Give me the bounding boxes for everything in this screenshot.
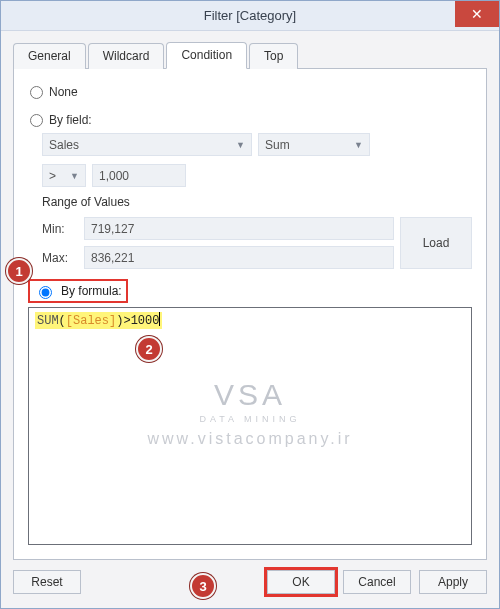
radio-none[interactable]	[30, 86, 43, 99]
formula-open: (	[59, 314, 66, 328]
ok-button[interactable]: OK	[267, 570, 335, 594]
filter-dialog: Filter [Category] ✕ General Wildcard Con…	[0, 0, 500, 609]
radio-byformula-row[interactable]: By formula:	[28, 279, 128, 303]
min-value: 719,127	[91, 222, 134, 236]
radio-byformula-label: By formula:	[61, 284, 122, 298]
text-caret	[159, 312, 160, 326]
cancel-label: Cancel	[358, 575, 395, 589]
tab-general[interactable]: General	[13, 43, 86, 69]
formula-rest: >1000	[123, 314, 159, 328]
watermark: VSA DATA MINING www.vistacompany.ir	[29, 378, 471, 448]
radio-byfield-row[interactable]: By field:	[30, 113, 472, 127]
formula-fn: SUM	[37, 314, 59, 328]
chevron-down-icon: ▼	[70, 171, 79, 181]
radio-none-row[interactable]: None	[30, 85, 472, 99]
watermark-url: www.vistacompany.ir	[29, 430, 471, 448]
formula-textarea[interactable]: SUM([Sales])>1000 VSA DATA MINING www.vi…	[28, 307, 472, 545]
load-button[interactable]: Load	[400, 217, 472, 269]
threshold-input[interactable]: 1,000	[92, 164, 186, 187]
max-value: 836,221	[91, 251, 134, 265]
watermark-sub: DATA MINING	[29, 414, 471, 424]
tab-wildcard[interactable]: Wildcard	[88, 43, 165, 69]
condition-panel: None By field: Sales ▼ Sum ▼	[13, 69, 487, 560]
operator-value: >	[49, 169, 56, 183]
formula-field: [Sales]	[66, 314, 116, 328]
field-dropdown[interactable]: Sales ▼	[42, 133, 252, 156]
field-dropdown-value: Sales	[49, 138, 79, 152]
ok-label: OK	[292, 575, 309, 589]
load-label: Load	[423, 236, 450, 250]
tab-strip: General Wildcard Condition Top	[13, 41, 487, 69]
close-button[interactable]: ✕	[455, 1, 499, 27]
close-icon: ✕	[471, 6, 483, 22]
threshold-value: 1,000	[99, 169, 129, 183]
aggregation-dropdown[interactable]: Sum ▼	[258, 133, 370, 156]
range-of-values-label: Range of Values	[42, 195, 472, 209]
cancel-button[interactable]: Cancel	[343, 570, 411, 594]
max-input[interactable]: 836,221	[84, 246, 394, 269]
radio-byformula[interactable]	[39, 286, 52, 299]
tab-top[interactable]: Top	[249, 43, 298, 69]
chevron-down-icon: ▼	[236, 140, 245, 150]
titlebar: Filter [Category] ✕	[1, 1, 499, 31]
min-label: Min:	[42, 222, 78, 236]
byfield-block: Sales ▼ Sum ▼ > ▼ 1,000	[42, 133, 472, 269]
max-label: Max:	[42, 251, 78, 265]
apply-label: Apply	[438, 575, 468, 589]
watermark-logo: VSA	[29, 378, 471, 412]
reset-label: Reset	[31, 575, 62, 589]
window-title: Filter [Category]	[204, 8, 296, 23]
chevron-down-icon: ▼	[354, 140, 363, 150]
operator-dropdown[interactable]: > ▼	[42, 164, 86, 187]
byformula-section: By formula: SUM([Sales])>1000 VSA DATA M…	[28, 279, 472, 545]
radio-byfield-label: By field:	[49, 113, 92, 127]
aggregation-value: Sum	[265, 138, 290, 152]
min-input[interactable]: 719,127	[84, 217, 394, 240]
dialog-content: General Wildcard Condition Top None By f…	[1, 31, 499, 560]
radio-byfield[interactable]	[30, 114, 43, 127]
dialog-footer: Reset OK Cancel Apply	[1, 560, 499, 608]
reset-button[interactable]: Reset	[13, 570, 81, 594]
apply-button[interactable]: Apply	[419, 570, 487, 594]
radio-none-label: None	[49, 85, 78, 99]
tab-condition[interactable]: Condition	[166, 42, 247, 69]
